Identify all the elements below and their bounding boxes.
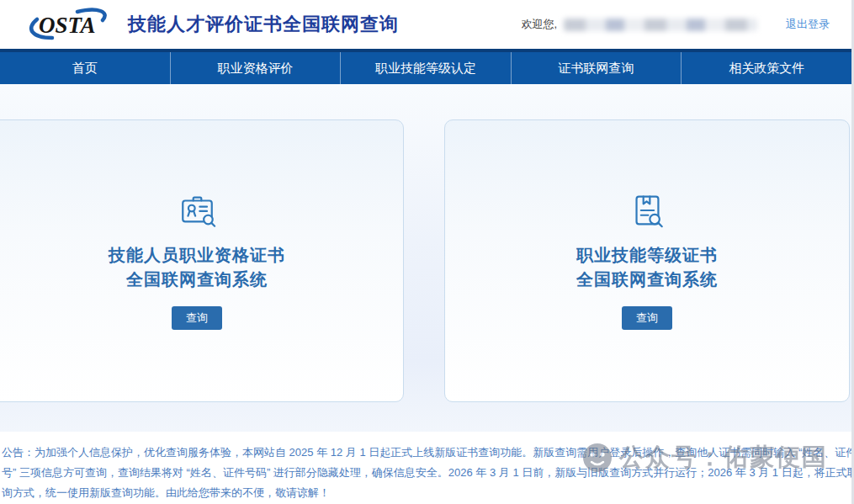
announcement: 公告：为加强个人信息保护，优化查询服务体验，本网站自 2025 年 12 月 1… [0, 443, 851, 503]
header: OSTA 技能人才评价证书全国联网查询 欢迎您, 退出登录 [0, 0, 851, 49]
card-title-line2: 全国联网查询系统 [576, 268, 718, 292]
main-section: 技能人员职业资格证书 全国联网查询系统 查询 职业技能等级证书 全国联网查询系统 [0, 84, 851, 432]
logout-link[interactable]: 退出登录 [786, 17, 830, 32]
nav-item-certificate-query[interactable]: 证书联网查询 [512, 52, 682, 84]
page: OSTA 技能人才评价证书全国联网查询 欢迎您, 退出登录 首页 职业资格评价 … [0, 0, 854, 504]
card-title-line2: 全国联网查询系统 [109, 268, 285, 292]
card-title: 职业技能等级证书 全国联网查询系统 [576, 243, 718, 292]
nav-item-occupational-qualification[interactable]: 职业资格评价 [171, 52, 342, 84]
page-title: 技能人才评价证书全国联网查询 [128, 12, 399, 37]
osta-logo-icon: OSTA [24, 7, 118, 42]
card-title-line1: 技能人员职业资格证书 [109, 243, 285, 268]
query-button-vocational[interactable]: 查询 [172, 306, 222, 330]
card-title: 技能人员职业资格证书 全国联网查询系统 [109, 243, 285, 292]
nav-item-home[interactable]: 首页 [0, 52, 171, 84]
card-title-line1: 职业技能等级证书 [576, 243, 718, 268]
welcome-label: 欢迎您, [521, 17, 557, 32]
nav-item-skill-level-certification[interactable]: 职业技能等级认定 [341, 52, 512, 84]
footer: 公告：为加强个人信息保护，优化查询服务体验，本网站自 2025 年 12 月 1… [0, 432, 851, 504]
card-vocational-qualification-query: 技能人员职业资格证书 全国联网查询系统 查询 [0, 119, 404, 402]
username-redacted [564, 19, 757, 31]
osta-logo: OSTA [24, 7, 118, 42]
id-card-search-icon [178, 191, 217, 230]
svg-text:OSTA: OSTA [39, 13, 96, 38]
announcement-line-3: 询方式，统一使用新版查询功能。由此给您带来的不便，敬请谅解！ [0, 483, 851, 503]
certificate-search-icon [628, 191, 666, 230]
announcement-line-2: 号” 三项信息方可查询，查询结果将对 “姓名、证件号码” 进行部分隐藏处理，确保… [0, 463, 851, 483]
main-nav: 首页 职业资格评价 职业技能等级认定 证书联网查询 相关政策文件 [0, 52, 851, 84]
card-skill-level-query: 职业技能等级证书 全国联网查询系统 查询 [444, 119, 850, 402]
announcement-line-1: 公告：为加强个人信息保护，优化查询服务体验，本网站自 2025 年 12 月 1… [0, 443, 851, 463]
nav-item-policy-documents[interactable]: 相关政策文件 [682, 52, 851, 84]
query-button-skill-level[interactable]: 查询 [622, 306, 672, 330]
header-user-area: 欢迎您, 退出登录 [521, 17, 830, 32]
